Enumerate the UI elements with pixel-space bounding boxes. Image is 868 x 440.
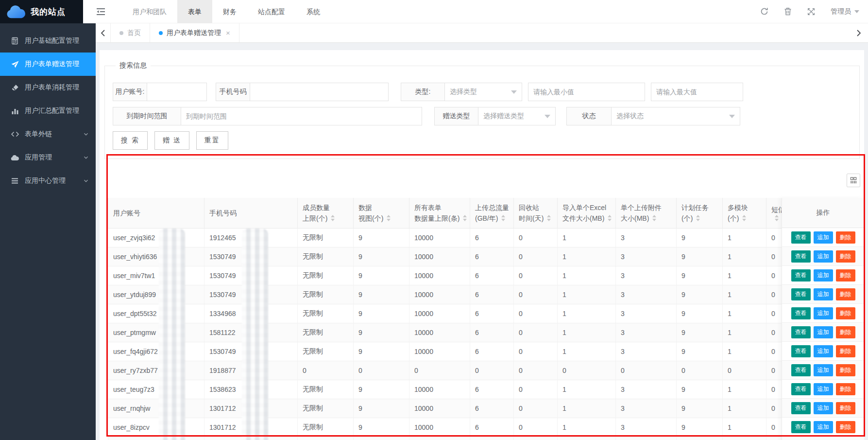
- cell-value: 无限制: [298, 285, 354, 304]
- cell-value: 9: [677, 266, 723, 285]
- sidebar-item-1[interactable]: 用户基础配置管理: [0, 29, 96, 53]
- gift-button[interactable]: 赠 送: [154, 131, 189, 150]
- row-actions: 查看追加删除: [782, 247, 864, 266]
- delete-button[interactable]: 删除: [836, 402, 855, 414]
- append-button[interactable]: 追加: [814, 364, 833, 376]
- sort-icon[interactable]: [742, 215, 746, 221]
- cell-value: 1: [723, 247, 766, 266]
- view-button[interactable]: 查看: [791, 269, 811, 282]
- sort-icon[interactable]: [608, 215, 612, 221]
- cell-value: 0: [514, 304, 558, 323]
- append-button[interactable]: 追加: [814, 307, 833, 319]
- topnav-item-5[interactable]: 系统: [296, 0, 331, 23]
- sort-icon[interactable]: [387, 215, 391, 221]
- topnav-item-3[interactable]: 财务: [212, 0, 247, 23]
- sort-icon[interactable]: [775, 215, 779, 221]
- append-button[interactable]: 追加: [814, 383, 833, 395]
- column-header-11[interactable]: 多模块(个): [723, 198, 766, 228]
- append-button[interactable]: 追加: [814, 421, 833, 433]
- user-menu[interactable]: 管理员: [831, 7, 859, 16]
- sidebar-item-label: 用户基础配置管理: [25, 36, 89, 45]
- sidebar-item-2[interactable]: 用户表单赠送管理: [0, 53, 96, 76]
- append-button[interactable]: 追加: [814, 345, 833, 357]
- tab-2[interactable]: 用户表单赠送管理×: [150, 23, 239, 42]
- expire-range-input[interactable]: [181, 107, 422, 125]
- tabs-scroll-right-icon[interactable]: [851, 23, 866, 43]
- delete-button[interactable]: 删除: [836, 421, 855, 433]
- user-name: 管理员: [831, 7, 851, 16]
- column-header-10[interactable]: 计划任务(个): [677, 198, 723, 228]
- gift-type-select[interactable]: 选择赠送类型: [478, 107, 556, 125]
- column-settings-icon[interactable]: [847, 174, 860, 187]
- view-button[interactable]: 查看: [791, 383, 811, 395]
- trash-icon[interactable]: [784, 7, 792, 16]
- view-button[interactable]: 查看: [791, 231, 811, 244]
- append-button[interactable]: 追加: [814, 326, 833, 338]
- view-button[interactable]: 查看: [791, 288, 811, 300]
- account-input[interactable]: [147, 83, 207, 101]
- column-header-3[interactable]: 成员数量上限(个): [298, 198, 354, 228]
- sidebar-item-4[interactable]: 用户汇总配置管理: [0, 99, 96, 123]
- append-button[interactable]: 追加: [814, 402, 833, 414]
- chevron-down-icon: [729, 115, 735, 118]
- min-value-input[interactable]: [528, 83, 645, 101]
- delete-button[interactable]: 删除: [836, 326, 855, 338]
- topnav-item-1[interactable]: 用户和团队: [122, 0, 177, 23]
- view-button[interactable]: 查看: [791, 364, 811, 376]
- sidebar-item-3[interactable]: 用户表单消耗管理: [0, 76, 96, 99]
- column-header-4[interactable]: 数据视图(个): [354, 198, 409, 228]
- delete-button[interactable]: 删除: [836, 364, 855, 376]
- topnav-item-4[interactable]: 站点配置: [247, 0, 296, 23]
- sort-icon[interactable]: [331, 215, 335, 221]
- tabs-scroll-left-icon[interactable]: [96, 23, 110, 42]
- append-button[interactable]: 追加: [814, 250, 833, 263]
- tab-close-icon[interactable]: ×: [226, 29, 230, 37]
- sort-icon[interactable]: [501, 215, 505, 221]
- phone-input[interactable]: [250, 83, 389, 101]
- sidebar-item-6[interactable]: 应用管理: [0, 146, 96, 169]
- type-select[interactable]: 选择类型: [444, 83, 522, 101]
- view-button[interactable]: 查看: [791, 307, 811, 319]
- delete-button[interactable]: 删除: [836, 250, 855, 263]
- table-row: user_ptmgmw1581122无限制9100006013910: [108, 323, 865, 342]
- reset-button[interactable]: 重置: [196, 131, 228, 150]
- sort-icon[interactable]: [652, 215, 656, 221]
- delete-button[interactable]: 删除: [836, 288, 855, 300]
- append-button[interactable]: 追加: [814, 231, 833, 244]
- delete-button[interactable]: 删除: [836, 307, 855, 319]
- append-button[interactable]: 追加: [814, 288, 833, 300]
- delete-button[interactable]: 删除: [836, 383, 855, 395]
- column-header-6[interactable]: 上传总流量(GB/年): [470, 198, 514, 228]
- topnav-item-2[interactable]: 表单: [177, 0, 212, 23]
- view-button[interactable]: 查看: [791, 250, 811, 263]
- sort-icon[interactable]: [696, 215, 700, 221]
- status-select[interactable]: 选择状态: [611, 107, 740, 125]
- view-button[interactable]: 查看: [791, 326, 811, 338]
- gift-type-field-group: 赠送类型 选择赠送类型: [434, 107, 556, 125]
- search-button[interactable]: 搜 索: [113, 131, 148, 150]
- delete-button[interactable]: 删除: [836, 231, 855, 244]
- sort-icon[interactable]: [463, 215, 467, 221]
- tab-1[interactable]: 首页: [111, 23, 150, 42]
- delete-button[interactable]: 删除: [836, 345, 855, 357]
- view-button[interactable]: 查看: [791, 421, 811, 433]
- view-button[interactable]: 查看: [791, 345, 811, 357]
- sort-icon[interactable]: [547, 215, 551, 221]
- column-header-7[interactable]: 回收站时间(天): [514, 198, 558, 228]
- column-header-5[interactable]: 所有表单数据量上限(条): [409, 198, 470, 228]
- column-header-9[interactable]: 单个上传附件大小(MB): [616, 198, 677, 228]
- delete-button[interactable]: 删除: [836, 269, 855, 282]
- refresh-icon[interactable]: [760, 7, 768, 16]
- view-button[interactable]: 查看: [791, 402, 811, 414]
- collapse-sidebar-icon[interactable]: [90, 0, 111, 23]
- sidebar-item-7[interactable]: 应用中心管理: [0, 169, 96, 193]
- cell-value: 0: [298, 361, 354, 380]
- append-button[interactable]: 追加: [814, 269, 833, 282]
- cell-value: 6: [470, 418, 514, 437]
- column-header-8[interactable]: 导入单个Excel文件大小(MB): [558, 198, 616, 228]
- fullscreen-icon[interactable]: [807, 8, 815, 16]
- max-value-input[interactable]: [651, 83, 743, 101]
- search-panel: 搜索信息 用户账号: 手机号码 类型: 选择类型: [104, 61, 860, 159]
- sidebar-item-5[interactable]: 表单外链: [0, 123, 96, 146]
- cell-value: 无限制: [298, 437, 354, 440]
